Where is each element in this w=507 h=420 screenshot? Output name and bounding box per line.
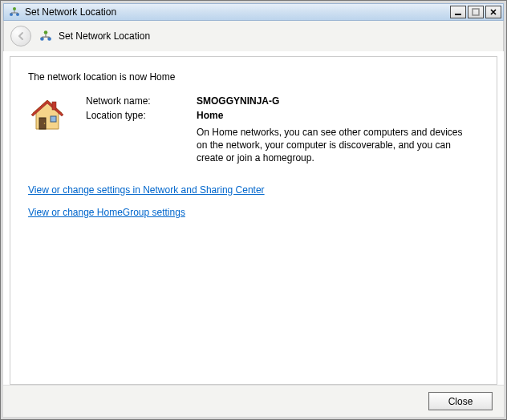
- network-name-label: Network name:: [86, 95, 190, 107]
- titlebar[interactable]: Set Network Location: [3, 3, 504, 21]
- location-type-value: Home: [197, 110, 469, 121]
- svg-marker-8: [33, 100, 62, 129]
- close-window-button[interactable]: [485, 6, 501, 18]
- close-button[interactable]: Close: [428, 392, 493, 410]
- network-name-value: SMOGGYNINJA-G: [197, 95, 469, 107]
- network-location-icon: [9, 6, 20, 18]
- svg-point-2: [13, 7, 16, 10]
- maximize-button[interactable]: [468, 6, 484, 18]
- svg-rect-12: [51, 116, 56, 122]
- window-frame: Set Network Location: [0, 0, 507, 420]
- network-sharing-center-link[interactable]: View or change settings in Network and S…: [28, 184, 265, 196]
- location-type-label: Location type:: [86, 110, 190, 121]
- svg-rect-4: [473, 9, 479, 15]
- homegroup-settings-link[interactable]: View or change HomeGroup settings: [28, 207, 185, 218]
- home-network-icon: [28, 95, 67, 134]
- window-title: Set Network Location: [25, 6, 450, 18]
- svg-point-13: [44, 123, 46, 124]
- page-heading: The network location is now Home: [28, 71, 479, 83]
- svg-point-7: [44, 30, 48, 34]
- svg-rect-10: [52, 102, 56, 110]
- wizard-header: Set Network Location: [3, 21, 504, 51]
- network-location-icon: [39, 30, 52, 42]
- location-description: On Home networks, you can see other comp…: [197, 124, 469, 165]
- footer: Close: [3, 385, 504, 417]
- back-button[interactable]: [10, 26, 31, 46]
- content-area: The network location is now Home Network…: [10, 56, 497, 385]
- wizard-title: Set Network Location: [59, 30, 150, 42]
- minimize-button[interactable]: [450, 6, 466, 18]
- svg-rect-3: [455, 14, 461, 15]
